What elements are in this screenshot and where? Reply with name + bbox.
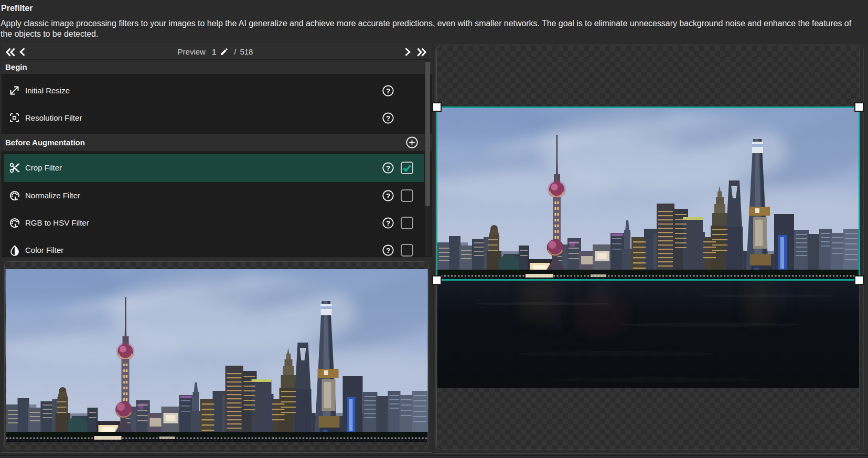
svg-text:?: ?: [386, 247, 390, 254]
svg-text:?: ?: [386, 192, 390, 200]
svg-text:?: ?: [386, 87, 390, 95]
svg-text:?: ?: [386, 219, 390, 227]
svg-text:?: ?: [386, 164, 390, 172]
svg-text:?: ?: [386, 114, 390, 122]
